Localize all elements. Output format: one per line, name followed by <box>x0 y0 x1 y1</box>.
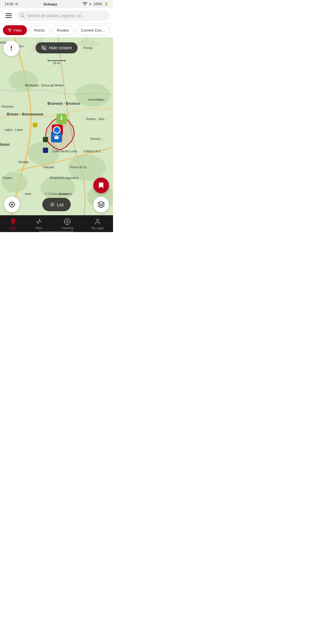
nav-label-plan: Plan <box>36 226 42 230</box>
status-location: Schwaz <box>43 2 57 6</box>
hide-content-label: Hide content <box>49 46 72 50</box>
battery-text: 100% <box>93 2 102 6</box>
list-icon <box>49 202 54 207</box>
svg-rect-20 <box>54 137 59 139</box>
profile-nav-icon <box>94 218 101 225</box>
svg-marker-39 <box>98 201 104 205</box>
bottom-nav: Map Plan Tracking <box>0 215 113 232</box>
map-container[interactable]: Bruneck - Brunico Brixen - Bressanone Mü… <box>0 37 113 215</box>
layers-button[interactable] <box>93 197 109 212</box>
no-sim-icon: ⊘ <box>89 2 92 6</box>
points-label: Points <box>34 28 45 32</box>
nav-label-tracking: Tracking <box>61 226 73 230</box>
navy-marker[interactable] <box>43 148 48 153</box>
hide-icon <box>41 45 47 50</box>
current-conditions-button[interactable]: Current Con… <box>76 25 110 35</box>
status-time: 14:59 <box>5 2 13 6</box>
menu-button[interactable] <box>3 10 14 21</box>
svg-point-46 <box>97 219 99 221</box>
svg-point-12 <box>68 155 106 181</box>
svg-point-32 <box>11 204 12 205</box>
layers-icon <box>97 201 105 208</box>
header: Search for places, regions, co… <box>0 8 113 23</box>
wifi-icon <box>83 2 87 6</box>
svg-line-4 <box>23 16 25 18</box>
fab-button[interactable] <box>93 178 109 193</box>
nav-item-mypage[interactable]: My page <box>92 218 104 230</box>
filter-label: Filter <box>14 28 22 32</box>
routes-label: Routes <box>57 28 69 32</box>
map-bottom-controls: List <box>0 197 113 212</box>
svg-point-13 <box>1 172 28 192</box>
compass-button[interactable] <box>3 41 19 56</box>
hide-content-button[interactable]: Hide content <box>36 42 78 53</box>
nav-item-plan[interactable]: Plan <box>35 218 43 230</box>
current-conditions-label: Current Con… <box>81 28 105 32</box>
battery-icon: 🔋 <box>104 2 108 6</box>
location-icon <box>8 201 16 208</box>
hiking-marker[interactable] <box>57 114 67 124</box>
svg-point-10 <box>75 84 110 107</box>
bookmark-icon <box>97 182 105 189</box>
location-button[interactable] <box>4 197 20 212</box>
search-bar[interactable]: Search for places, regions, co… <box>17 10 110 21</box>
svg-point-41 <box>66 221 68 222</box>
status-bar: 14:59 ⊖ Schwaz ⊘ 100% 🔋 <box>0 0 113 8</box>
svg-rect-0 <box>6 13 12 14</box>
points-button[interactable]: Points <box>29 25 50 35</box>
search-placeholder: Search for places, regions, co… <box>27 13 85 18</box>
nav-item-tracking[interactable]: Tracking <box>61 218 73 230</box>
search-icon <box>20 13 25 18</box>
do-not-disturb-icon: ⊖ <box>15 2 18 6</box>
map-copyright: © Outdooractive <box>45 192 68 196</box>
filter-icon <box>8 28 12 32</box>
nav-label-mypage: My page <box>92 226 104 230</box>
nav-label-map: Map <box>10 226 16 230</box>
nav-item-map[interactable]: Map <box>9 218 17 230</box>
plan-nav-icon <box>35 218 43 225</box>
dark-marker[interactable] <box>43 137 48 142</box>
yellow-marker[interactable] <box>33 123 37 127</box>
tracking-nav-icon <box>63 218 71 225</box>
filter-button[interactable]: Filter <box>3 25 27 35</box>
nav-divider <box>39 231 74 232</box>
list-button[interactable]: List <box>42 198 70 211</box>
map-nav-icon <box>9 218 17 225</box>
svg-rect-1 <box>6 15 12 16</box>
routes-button[interactable]: Routes <box>52 25 74 35</box>
list-label: List <box>57 202 63 207</box>
svg-point-9 <box>9 70 38 91</box>
svg-rect-2 <box>6 17 12 18</box>
compass-icon <box>7 44 16 53</box>
filter-bar: Filter Points Routes Current Con… <box>0 23 113 37</box>
